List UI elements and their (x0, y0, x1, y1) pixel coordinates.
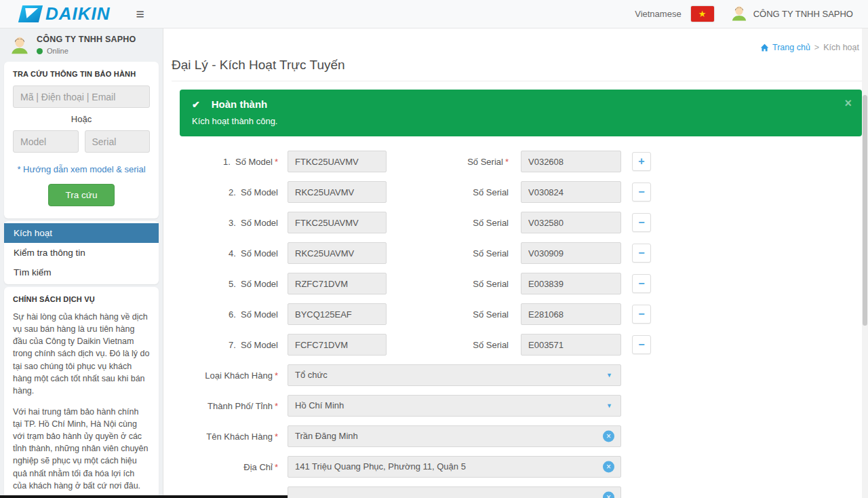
serial-row-label: Số Serial (387, 218, 509, 228)
model-serial-form: 1. Số Model*Số Serial*+2. Số ModelSố Ser… (203, 151, 868, 356)
clear-input-icon[interactable]: × (603, 431, 614, 442)
user-avatar[interactable] (730, 4, 748, 24)
breadcrumb-home-label: Trang chủ (772, 43, 810, 52)
model-input[interactable] (288, 303, 387, 325)
customer-name-input[interactable]: Trần Đăng Minh× (288, 425, 621, 447)
sidebar-user-name: CÔNG TY TNHH SAPHO (37, 35, 136, 44)
scrollbar-thumb[interactable] (863, 95, 867, 326)
serial-input[interactable] (521, 242, 621, 264)
model-row-label: 1. Số Model* (203, 157, 278, 167)
breadcrumb: Trang chủ > Kích hoạt (760, 43, 859, 52)
model-input[interactable] (288, 242, 387, 264)
serial-input[interactable] (521, 273, 621, 294)
customer-info-form: Loại Khách Hàng*Tổ chức▼Thành Phố/ Tỉnh*… (190, 364, 868, 478)
address-input[interactable]: 141 Triệu Quang Phục, Phường 11, Quận 5× (288, 456, 621, 478)
model-row-label: 5. Số Model (203, 279, 278, 289)
serial-input[interactable] (521, 181, 621, 203)
customer-type-row: Loại Khách Hàng*Tổ chức▼ (190, 364, 868, 386)
city-value: Hồ Chí Minh (288, 396, 620, 416)
remove-row-button[interactable]: − (632, 183, 651, 202)
sidebar: CÔNG TY TNHH SAPHO Online TRA CỨU THÔNG … (0, 28, 163, 498)
success-alert-title: Hoàn thành (212, 98, 268, 110)
main-content: Trang chủ > Kích hoạt Đại Lý - Kích Hoạt… (163, 28, 868, 498)
remove-row-button[interactable]: − (632, 244, 651, 263)
model-input[interactable] (288, 151, 387, 172)
page-title: Đại Lý - Kích Hoạt Trực Tuyến (172, 57, 862, 81)
serial-row-label: Số Serial* (387, 157, 509, 167)
model-row-label: 6. Số Model (203, 309, 278, 320)
address-value: 141 Triệu Quang Phục, Phường 11, Quận 5 (288, 457, 620, 477)
vietnam-flag-icon[interactable]: ★ (691, 6, 714, 22)
model-row-label: 3. Số Model (203, 218, 278, 228)
model-serial-row: 6. Số ModelSố Serial− (203, 303, 868, 325)
serial-row-label: Số Serial (387, 309, 509, 320)
model-row-label: 7. Số Model (203, 340, 278, 350)
sidebar-item-tim-kiem[interactable]: Tìm kiếm (4, 263, 159, 282)
lookup-panel-title: TRA CỨU THÔNG TIN BẢO HÀNH (13, 70, 150, 78)
lookup-search-button[interactable]: Tra cứu (48, 184, 115, 206)
serial-input[interactable] (521, 212, 621, 233)
remove-row-button[interactable]: − (632, 335, 651, 354)
required-mark: * (505, 157, 509, 167)
close-alert-icon[interactable]: × (844, 97, 852, 109)
or-label: Hoặc (13, 114, 150, 124)
breadcrumb-home-link[interactable]: Trang chủ (760, 43, 810, 52)
service-policy-panel: CHÍNH SÁCH DỊCH VỤ Sự hài lòng của khách… (4, 287, 159, 498)
lookup-main-input[interactable] (13, 85, 150, 108)
address-label: Địa Chỉ* (190, 462, 278, 472)
clear-input-icon[interactable]: × (603, 492, 614, 498)
city-label: Thành Phố/ Tỉnh* (190, 401, 278, 411)
policy-paragraph: Sự hài lòng của khách hàng về dịch vụ sa… (13, 311, 150, 397)
serial-input[interactable] (521, 151, 621, 172)
success-alert-header: ✔ Hoàn thành (192, 98, 850, 110)
sidebar-nav: Kích hoạtKiểm tra thông tinTìm kiếm (4, 221, 159, 284)
model-serial-guide-link[interactable]: * Hướng dẫn xem model & serial (13, 164, 150, 174)
policy-paragraph: Với hai trung tâm bảo hành chính tại TP.… (13, 406, 150, 492)
top-bar: DAIKIN ≡ Vietnamese ★ CÔNG TY TNHH SAPHO (0, 0, 868, 28)
required-mark: * (275, 462, 278, 472)
bottom-edge-artifact (0, 495, 288, 498)
lookup-model-input[interactable] (13, 130, 79, 153)
topbar-right: Vietnamese ★ CÔNG TY TNHH SAPHO (635, 4, 853, 24)
page-layout: CÔNG TY TNHH SAPHO Online TRA CỨU THÔNG … (0, 28, 868, 498)
required-mark: * (275, 370, 278, 381)
home-icon (760, 43, 769, 52)
add-row-button[interactable]: + (632, 152, 651, 171)
serial-input[interactable] (521, 303, 621, 325)
remove-row-button[interactable]: − (632, 274, 651, 293)
language-selector[interactable]: Vietnamese (635, 9, 681, 19)
model-input[interactable] (288, 181, 387, 203)
sidebar-item-kich-hoat[interactable]: Kích hoạt (4, 223, 159, 243)
clear-input-icon[interactable]: × (603, 461, 614, 473)
model-serial-row: 1. Số Model*Số Serial*+ (203, 151, 868, 172)
lookup-serial-input[interactable] (85, 130, 151, 153)
customer-name-value: Trần Đăng Minh (288, 426, 620, 446)
model-input[interactable] (288, 273, 387, 294)
breadcrumb-separator: > (814, 43, 819, 52)
policy-panel-title: CHÍNH SÁCH DỊCH VỤ (13, 295, 150, 303)
remove-row-button[interactable]: − (632, 305, 651, 324)
sidebar-item-kiem-tra-thong-tin[interactable]: Kiểm tra thông tin (4, 243, 159, 263)
daikin-logo[interactable]: DAIKIN (20, 3, 111, 24)
model-row-label: 2. Số Model (203, 187, 278, 197)
partial-field-input[interactable]: × (288, 486, 621, 498)
daikin-logo-mark-icon (18, 5, 43, 22)
online-status-label: Online (47, 47, 68, 55)
online-dot-icon (37, 48, 43, 54)
partial-next-field-row: × (190, 486, 868, 498)
model-serial-row: 2. Số ModelSố Serial− (203, 181, 868, 203)
breadcrumb-current: Kích hoạt (823, 43, 859, 52)
serial-input[interactable] (521, 334, 621, 356)
flag-star-icon: ★ (698, 9, 707, 18)
hamburger-menu-icon[interactable]: ≡ (132, 6, 149, 22)
city-select[interactable]: Hồ Chí Minh▼ (288, 395, 621, 417)
required-mark: * (275, 401, 278, 411)
customer-type-select[interactable]: Tổ chức▼ (288, 364, 621, 386)
vertical-scrollbar[interactable] (862, 28, 868, 498)
model-serial-row: 7. Số ModelSố Serial− (203, 334, 868, 356)
remove-row-button[interactable]: − (632, 213, 651, 232)
model-input[interactable] (288, 334, 387, 356)
topbar-user-name[interactable]: CÔNG TY TNHH SAPHO (753, 9, 853, 19)
serial-row-label: Số Serial (387, 279, 509, 289)
model-input[interactable] (288, 212, 387, 233)
